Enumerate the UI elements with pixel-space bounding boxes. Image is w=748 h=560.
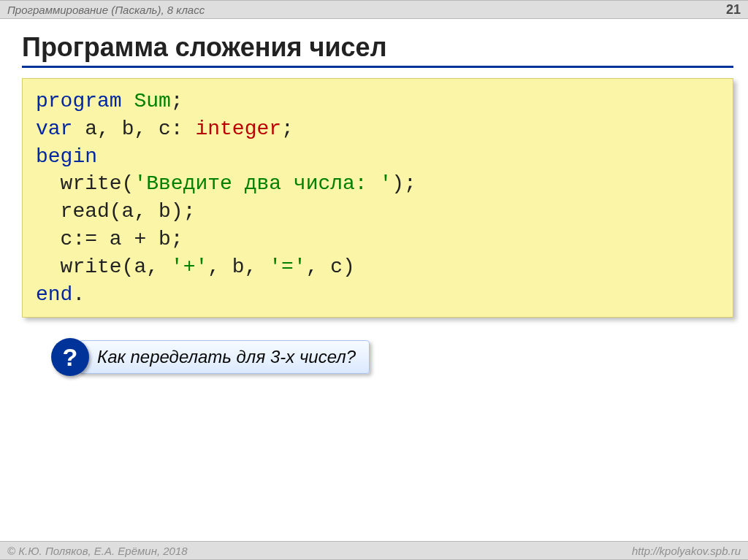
code-text: . bbox=[72, 283, 85, 306]
question-mark-icon: ? bbox=[51, 338, 89, 376]
question-callout: ? Как переделать для 3-х чисел? bbox=[51, 338, 748, 376]
footer-bar: © К.Ю. Поляков, Е.А. Ерёмин, 2018 http:/… bbox=[0, 541, 748, 560]
header-bar: Программирование (Паскаль), 8 класс 21 bbox=[0, 0, 748, 19]
copyright-label: © К.Ю. Поляков, Е.А. Ерёмин, 2018 bbox=[7, 545, 188, 557]
code-text: a, b, c: bbox=[72, 118, 195, 140]
code-type-integer: integer bbox=[195, 118, 281, 140]
code-string: '=' bbox=[269, 256, 305, 278]
code-kw-program: program bbox=[36, 90, 122, 112]
code-text: , b, bbox=[207, 256, 269, 278]
code-text: read(a, b); bbox=[36, 200, 195, 223]
code-string: 'Введите два числа: ' bbox=[134, 172, 392, 195]
code-text: c:= a + b; bbox=[36, 228, 183, 250]
code-box: program Sum; var a, b, c: integer; begin… bbox=[22, 78, 733, 318]
code-kw-begin: begin bbox=[36, 145, 97, 168]
code-text: ); bbox=[392, 172, 416, 195]
code-ident-sum: Sum bbox=[122, 90, 171, 112]
title-underline bbox=[22, 66, 733, 68]
code-kw-var: var bbox=[36, 118, 72, 140]
code-text: , c) bbox=[306, 256, 355, 278]
code-kw-end: end bbox=[36, 283, 72, 306]
code-text: ; bbox=[171, 90, 183, 112]
code-text: write(a, bbox=[36, 256, 171, 278]
question-text: Как переделать для 3-х чисел? bbox=[79, 340, 370, 374]
footer-url: http://kpolyakov.spb.ru bbox=[632, 545, 741, 557]
code-text: write( bbox=[36, 172, 134, 195]
page-number: 21 bbox=[726, 2, 741, 18]
slide-title: Программа сложения чисел bbox=[22, 32, 748, 63]
code-text: ; bbox=[281, 118, 294, 140]
code-string: '+' bbox=[171, 256, 207, 278]
course-label: Программирование (Паскаль), 8 класс bbox=[7, 4, 205, 16]
